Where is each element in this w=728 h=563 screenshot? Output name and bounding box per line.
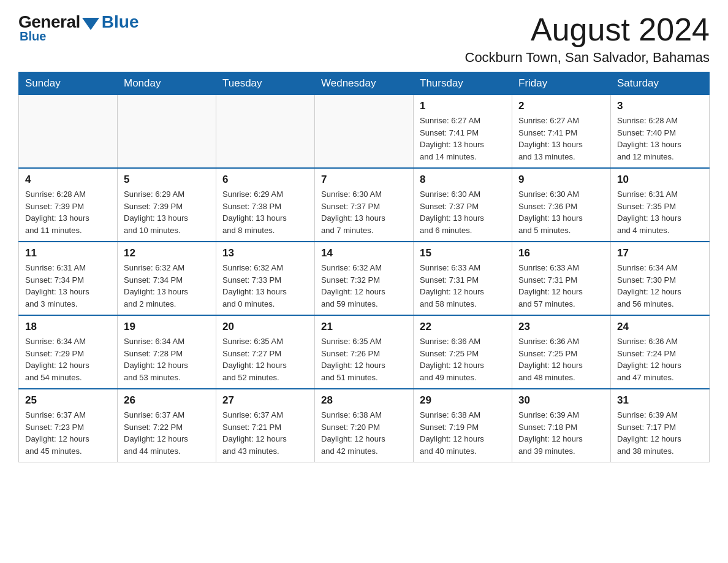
day-info: Sunrise: 6:27 AM Sunset: 7:41 PM Dayligh… <box>518 115 604 163</box>
day-info: Sunrise: 6:32 AM Sunset: 7:33 PM Dayligh… <box>222 262 308 310</box>
calendar-cell: 25Sunrise: 6:37 AM Sunset: 7:23 PM Dayli… <box>19 389 118 462</box>
day-number: 30 <box>518 394 604 407</box>
day-info: Sunrise: 6:34 AM Sunset: 7:30 PM Dayligh… <box>617 262 703 310</box>
day-of-week-header: Friday <box>512 72 611 95</box>
day-info: Sunrise: 6:38 AM Sunset: 7:20 PM Dayligh… <box>321 409 407 457</box>
day-number: 7 <box>321 174 407 186</box>
calendar-cell: 19Sunrise: 6:34 AM Sunset: 7:28 PM Dayli… <box>118 315 216 389</box>
day-info: Sunrise: 6:28 AM Sunset: 7:40 PM Dayligh… <box>617 115 703 163</box>
location-text: Cockburn Town, San Salvador, Bahamas <box>465 50 710 66</box>
day-number: 19 <box>124 321 210 333</box>
day-of-week-header: Saturday <box>611 72 710 95</box>
calendar-week-row: 25Sunrise: 6:37 AM Sunset: 7:23 PM Dayli… <box>19 389 710 462</box>
logo-blue-text: Blue <box>102 12 139 32</box>
day-number: 22 <box>420 321 506 333</box>
day-number: 21 <box>321 321 407 333</box>
day-number: 25 <box>25 394 111 407</box>
day-info: Sunrise: 6:33 AM Sunset: 7:31 PM Dayligh… <box>518 262 604 310</box>
calendar-cell: 6Sunrise: 6:29 AM Sunset: 7:38 PM Daylig… <box>216 168 315 242</box>
day-number: 15 <box>420 247 506 259</box>
month-title: August 2024 <box>465 12 710 47</box>
calendar-week-row: 1Sunrise: 6:27 AM Sunset: 7:41 PM Daylig… <box>19 95 710 169</box>
calendar-week-row: 4Sunrise: 6:28 AM Sunset: 7:39 PM Daylig… <box>19 168 710 242</box>
calendar-cell: 16Sunrise: 6:33 AM Sunset: 7:31 PM Dayli… <box>512 242 611 315</box>
day-number: 6 <box>222 174 308 186</box>
day-info: Sunrise: 6:35 AM Sunset: 7:27 PM Dayligh… <box>222 335 308 383</box>
calendar-week-row: 18Sunrise: 6:34 AM Sunset: 7:29 PM Dayli… <box>19 315 710 389</box>
calendar-cell: 1Sunrise: 6:27 AM Sunset: 7:41 PM Daylig… <box>414 95 512 169</box>
day-info: Sunrise: 6:29 AM Sunset: 7:38 PM Dayligh… <box>222 188 308 236</box>
calendar-cell: 27Sunrise: 6:37 AM Sunset: 7:21 PM Dayli… <box>216 389 315 462</box>
day-info: Sunrise: 6:34 AM Sunset: 7:29 PM Dayligh… <box>25 335 111 383</box>
day-number: 11 <box>25 247 111 259</box>
day-info: Sunrise: 6:32 AM Sunset: 7:32 PM Dayligh… <box>321 262 407 310</box>
day-info: Sunrise: 6:39 AM Sunset: 7:18 PM Dayligh… <box>518 409 604 457</box>
day-info: Sunrise: 6:34 AM Sunset: 7:28 PM Dayligh… <box>124 335 210 383</box>
day-info: Sunrise: 6:31 AM Sunset: 7:35 PM Dayligh… <box>617 188 703 236</box>
day-number: 2 <box>518 100 604 112</box>
calendar-header-row: SundayMondayTuesdayWednesdayThursdayFrid… <box>19 72 710 95</box>
day-info: Sunrise: 6:33 AM Sunset: 7:31 PM Dayligh… <box>420 262 506 310</box>
calendar-cell <box>216 95 315 169</box>
calendar-cell: 31Sunrise: 6:39 AM Sunset: 7:17 PM Dayli… <box>611 389 710 462</box>
day-number: 24 <box>617 321 703 333</box>
calendar-cell: 10Sunrise: 6:31 AM Sunset: 7:35 PM Dayli… <box>611 168 710 242</box>
day-info: Sunrise: 6:30 AM Sunset: 7:36 PM Dayligh… <box>518 188 604 236</box>
day-info: Sunrise: 6:38 AM Sunset: 7:19 PM Dayligh… <box>420 409 506 457</box>
day-of-week-header: Thursday <box>414 72 512 95</box>
day-number: 3 <box>617 100 703 112</box>
day-info: Sunrise: 6:35 AM Sunset: 7:26 PM Dayligh… <box>321 335 407 383</box>
day-number: 8 <box>420 174 506 186</box>
calendar-cell: 18Sunrise: 6:34 AM Sunset: 7:29 PM Dayli… <box>19 315 118 389</box>
day-number: 9 <box>518 174 604 186</box>
day-number: 20 <box>222 321 308 333</box>
day-number: 26 <box>124 394 210 407</box>
day-info: Sunrise: 6:32 AM Sunset: 7:34 PM Dayligh… <box>124 262 210 310</box>
calendar-cell: 28Sunrise: 6:38 AM Sunset: 7:20 PM Dayli… <box>315 389 414 462</box>
day-number: 28 <box>321 394 407 407</box>
calendar-cell: 11Sunrise: 6:31 AM Sunset: 7:34 PM Dayli… <box>19 242 118 315</box>
calendar-cell <box>19 95 118 169</box>
day-number: 17 <box>617 247 703 259</box>
day-number: 1 <box>420 100 506 112</box>
calendar-cell <box>315 95 414 169</box>
calendar-cell: 14Sunrise: 6:32 AM Sunset: 7:32 PM Dayli… <box>315 242 414 315</box>
day-number: 16 <box>518 247 604 259</box>
calendar-cell: 15Sunrise: 6:33 AM Sunset: 7:31 PM Dayli… <box>414 242 512 315</box>
calendar-cell: 23Sunrise: 6:36 AM Sunset: 7:25 PM Dayli… <box>512 315 611 389</box>
calendar-cell: 2Sunrise: 6:27 AM Sunset: 7:41 PM Daylig… <box>512 95 611 169</box>
day-number: 10 <box>617 174 703 186</box>
day-of-week-header: Sunday <box>19 72 118 95</box>
calendar-cell: 12Sunrise: 6:32 AM Sunset: 7:34 PM Dayli… <box>118 242 216 315</box>
day-info: Sunrise: 6:28 AM Sunset: 7:39 PM Dayligh… <box>25 188 111 236</box>
day-of-week-header: Wednesday <box>315 72 414 95</box>
calendar-cell: 24Sunrise: 6:36 AM Sunset: 7:24 PM Dayli… <box>611 315 710 389</box>
calendar-cell: 3Sunrise: 6:28 AM Sunset: 7:40 PM Daylig… <box>611 95 710 169</box>
day-number: 5 <box>124 174 210 186</box>
calendar-cell: 22Sunrise: 6:36 AM Sunset: 7:25 PM Dayli… <box>414 315 512 389</box>
day-info: Sunrise: 6:37 AM Sunset: 7:21 PM Dayligh… <box>222 409 308 457</box>
calendar-cell: 30Sunrise: 6:39 AM Sunset: 7:18 PM Dayli… <box>512 389 611 462</box>
day-number: 14 <box>321 247 407 259</box>
calendar-cell: 4Sunrise: 6:28 AM Sunset: 7:39 PM Daylig… <box>19 168 118 242</box>
calendar-week-row: 11Sunrise: 6:31 AM Sunset: 7:34 PM Dayli… <box>19 242 710 315</box>
calendar-table: SundayMondayTuesdayWednesdayThursdayFrid… <box>18 72 710 462</box>
calendar-cell: 7Sunrise: 6:30 AM Sunset: 7:37 PM Daylig… <box>315 168 414 242</box>
day-of-week-header: Monday <box>118 72 216 95</box>
day-info: Sunrise: 6:29 AM Sunset: 7:39 PM Dayligh… <box>124 188 210 236</box>
calendar-cell: 26Sunrise: 6:37 AM Sunset: 7:22 PM Dayli… <box>118 389 216 462</box>
day-info: Sunrise: 6:31 AM Sunset: 7:34 PM Dayligh… <box>25 262 111 310</box>
day-info: Sunrise: 6:30 AM Sunset: 7:37 PM Dayligh… <box>321 188 407 236</box>
day-number: 27 <box>222 394 308 407</box>
day-number: 31 <box>617 394 703 407</box>
day-info: Sunrise: 6:37 AM Sunset: 7:22 PM Dayligh… <box>124 409 210 457</box>
calendar-cell: 20Sunrise: 6:35 AM Sunset: 7:27 PM Dayli… <box>216 315 315 389</box>
day-number: 29 <box>420 394 506 407</box>
day-number: 13 <box>222 247 308 259</box>
day-info: Sunrise: 6:36 AM Sunset: 7:24 PM Dayligh… <box>617 335 703 383</box>
calendar-cell: 8Sunrise: 6:30 AM Sunset: 7:37 PM Daylig… <box>414 168 512 242</box>
title-section: August 2024 Cockburn Town, San Salvador,… <box>465 12 710 66</box>
calendar-cell: 17Sunrise: 6:34 AM Sunset: 7:30 PM Dayli… <box>611 242 710 315</box>
day-number: 12 <box>124 247 210 259</box>
day-info: Sunrise: 6:36 AM Sunset: 7:25 PM Dayligh… <box>420 335 506 383</box>
